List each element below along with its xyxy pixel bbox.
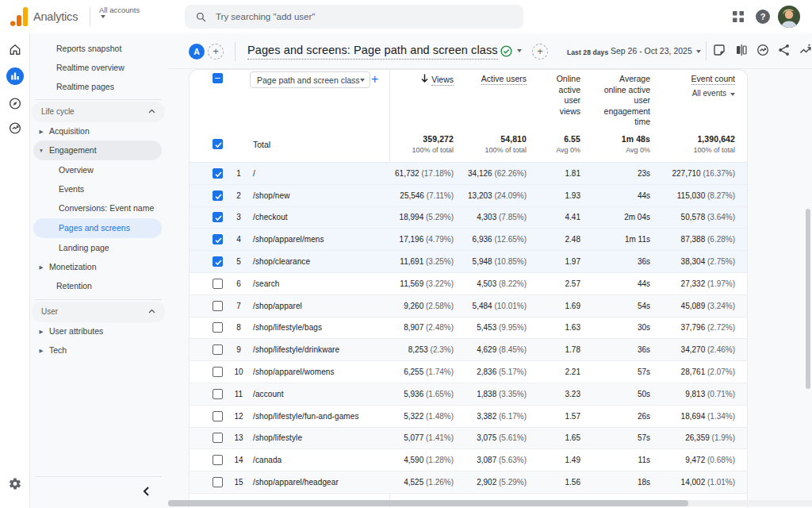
table-row[interactable]: 11 /account 5,936 (1.65%) 1,838 (3.35%) … bbox=[190, 383, 748, 406]
report-valid-check-icon[interactable] bbox=[500, 45, 512, 57]
add-comparison-button[interactable]: + bbox=[208, 44, 224, 60]
column-header-views[interactable]: Views bbox=[389, 74, 454, 86]
table-row[interactable]: 4 /shop/apparel/mens 17,196 (4.79%) 6,93… bbox=[190, 229, 748, 251]
cell-event-count: 50,578 (3.64%) bbox=[650, 213, 735, 221]
dimension-selector[interactable]: Page path and screen class bbox=[250, 71, 370, 88]
row-checkbox[interactable] bbox=[213, 212, 223, 222]
customize-report-button[interactable]: + bbox=[532, 44, 548, 60]
cell-views-per-user: 1.78 bbox=[527, 345, 580, 354]
table-row[interactable]: 7 /shop/apparel 9,260 (2.58%) 5,484 (10.… bbox=[190, 295, 748, 318]
admin-gear-icon[interactable] bbox=[8, 477, 21, 491]
table-row[interactable]: 1 / 61,732 (17.18%) 34,126 (62.26%) 1.81… bbox=[190, 163, 748, 185]
nav-tech[interactable]: ▶Tech bbox=[33, 341, 162, 360]
table-row[interactable]: 14 /canada 4,590 (1.28%) 3,087 (5.63%) 1… bbox=[190, 449, 748, 471]
page-title[interactable]: Pages and screens: Page path and screen … bbox=[247, 44, 498, 60]
horizontal-scrollbar-thumb[interactable] bbox=[168, 500, 688, 506]
chevron-up-icon bbox=[148, 309, 155, 314]
nav-retention[interactable]: Retention bbox=[33, 276, 162, 296]
table-header-row: Page path and screen class Views Active … bbox=[190, 70, 748, 126]
comparison-icon[interactable] bbox=[735, 44, 748, 56]
column-header-engagement[interactable]: Average online active user engagement ti… bbox=[580, 74, 650, 128]
nav-overview[interactable]: Overview bbox=[33, 160, 162, 180]
nav-realtime-overview[interactable]: Realtime overview bbox=[33, 58, 162, 78]
row-checkbox[interactable] bbox=[213, 455, 223, 465]
row-checkbox[interactable] bbox=[213, 168, 223, 179]
table-row[interactable]: 5 /shop/clearance 11,691 (3.25%) 5,948 (… bbox=[190, 251, 748, 273]
horizontal-scrollbar[interactable] bbox=[168, 500, 812, 506]
cell-engagement: 30s bbox=[580, 323, 650, 332]
collapse-drawer-icon[interactable] bbox=[141, 486, 152, 497]
google-apps-grid-icon[interactable] bbox=[732, 10, 745, 23]
help-icon[interactable]: ? bbox=[756, 10, 770, 24]
nav-landing-page[interactable]: Landing page bbox=[33, 238, 162, 258]
table-row[interactable]: 13 /shop/lifestyle 5,077 (1.41%) 3,075 (… bbox=[190, 428, 748, 450]
event-filter[interactable]: All events bbox=[650, 88, 735, 99]
row-checkbox[interactable] bbox=[213, 433, 223, 443]
cell-views: 6,255 (1.74%) bbox=[389, 368, 454, 376]
title-dropdown-icon[interactable] bbox=[517, 49, 522, 52]
advertising-icon[interactable] bbox=[8, 121, 21, 135]
table-row[interactable]: 10 /shop/apparel/womens 6,255 (1.74%) 2,… bbox=[190, 361, 748, 383]
insights-icon[interactable] bbox=[756, 44, 769, 56]
nav-realtime-pages[interactable]: Realtime pages bbox=[33, 77, 162, 97]
nav-user-attributes[interactable]: ▶User attributes bbox=[33, 321, 162, 341]
nav-engagement[interactable]: ▼Engagement bbox=[33, 140, 162, 160]
column-header-views-per-user[interactable]: Online active user views bbox=[527, 74, 580, 117]
row-checkbox[interactable] bbox=[213, 477, 223, 487]
row-checkbox[interactable] bbox=[213, 389, 223, 399]
account-switcher[interactable]: All accounts bbox=[99, 6, 140, 18]
trending-insights-icon[interactable] bbox=[799, 44, 812, 56]
totals-checkbox[interactable] bbox=[213, 139, 223, 149]
nav-pages-and-screens[interactable]: Pages and screens bbox=[33, 218, 162, 238]
table-row[interactable]: 3 /checkout 18,994 (5.29%) 4,303 (7.85%)… bbox=[190, 207, 748, 229]
row-number: 15 bbox=[224, 478, 253, 487]
nav-acquisition[interactable]: ▶Acquisition bbox=[33, 121, 162, 141]
nav-reports-snapshot[interactable]: Reports snapshot bbox=[33, 39, 162, 59]
comparison-chip[interactable]: A bbox=[189, 44, 205, 60]
row-checkbox[interactable] bbox=[213, 367, 223, 377]
select-all-checkbox[interactable] bbox=[213, 73, 223, 83]
row-checkbox[interactable] bbox=[213, 411, 223, 421]
home-icon[interactable] bbox=[8, 43, 21, 56]
table-row[interactable]: 12 /shop/lifestyle/fun-and-games 5,322 (… bbox=[190, 406, 748, 428]
column-header-event-count[interactable]: Event count All events bbox=[650, 74, 735, 98]
totals-engagement: 1m 48sAvg 0% bbox=[580, 134, 650, 154]
row-checkbox[interactable] bbox=[213, 279, 223, 289]
cell-views: 8,253 (2.3%) bbox=[389, 345, 454, 354]
row-checkbox[interactable] bbox=[213, 301, 223, 311]
user-avatar[interactable] bbox=[778, 6, 800, 28]
cell-active-users: 3,087 (5.63%) bbox=[454, 456, 527, 464]
row-number: 10 bbox=[224, 368, 253, 376]
nav-section-user[interactable]: User bbox=[32, 302, 165, 322]
table-row[interactable]: 15 /shop/apparel/headgear 4,525 (1.26%) … bbox=[190, 471, 748, 494]
table-row[interactable]: 2 /shop/new 25,546 (7.11%) 13,203 (24.09… bbox=[190, 185, 748, 207]
search-input[interactable]: Try searching "add user" bbox=[185, 5, 523, 29]
nav-label: Reports snapshot bbox=[56, 39, 121, 59]
nav-monetization[interactable]: ▶Monetization bbox=[33, 257, 162, 277]
explore-icon[interactable] bbox=[8, 97, 21, 110]
notes-icon[interactable] bbox=[713, 44, 726, 56]
add-dimension-button[interactable]: + bbox=[371, 72, 378, 87]
nav-section-life-cycle[interactable]: Life cycle bbox=[32, 102, 165, 122]
vertical-scrollbar[interactable] bbox=[806, 209, 810, 389]
nav-conversions[interactable]: Conversions: Event name bbox=[33, 198, 162, 218]
table-row[interactable]: 6 /search 11,569 (3.22%) 4,503 (8.22%) 2… bbox=[190, 273, 748, 295]
row-checkbox[interactable] bbox=[213, 190, 223, 201]
chevron-down-icon bbox=[730, 93, 735, 96]
cell-engagement: 44s bbox=[580, 279, 650, 288]
cell-event-count: 45,089 (3.24%) bbox=[650, 302, 735, 310]
share-icon[interactable] bbox=[778, 44, 791, 56]
nav-events[interactable]: Events bbox=[33, 179, 162, 199]
row-checkbox[interactable] bbox=[213, 322, 223, 333]
cell-engagement: 50s bbox=[580, 390, 650, 398]
table-row[interactable]: 9 /shop/lifestyle/drinkware 8,253 (2.3%)… bbox=[190, 339, 748, 361]
reports-icon-active[interactable] bbox=[6, 67, 24, 85]
nav-divider bbox=[35, 299, 162, 300]
row-checkbox[interactable] bbox=[213, 256, 223, 267]
table-row[interactable]: 8 /shop/lifestyle/bags 8,907 (2.48%) 5,4… bbox=[190, 318, 748, 340]
column-header-active-users[interactable]: Active users bbox=[454, 74, 527, 85]
totals-active-users: 54,810100% of total bbox=[454, 134, 527, 154]
row-checkbox[interactable] bbox=[213, 344, 223, 355]
date-range-picker[interactable]: Last 28 days Sep 26 - Oct 23, 2025 bbox=[565, 40, 703, 64]
row-checkbox[interactable] bbox=[213, 234, 223, 244]
